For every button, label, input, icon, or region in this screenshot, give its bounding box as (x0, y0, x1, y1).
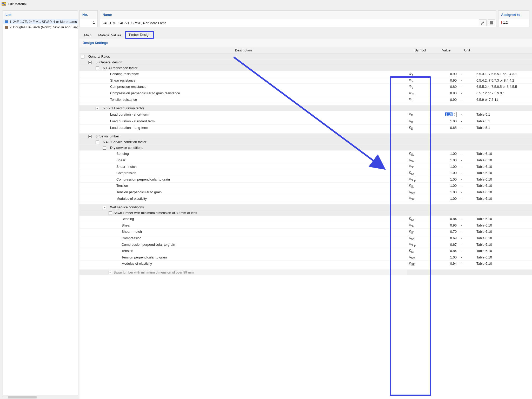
no-header: No. (80, 11, 97, 19)
row-tensile-resistance[interactable]: Tensile resistance Φt 0.90 - 6.5.9 or 7.… (79, 96, 532, 103)
assigned-header: Assigned to (498, 11, 529, 19)
app-icon (2, 2, 6, 6)
group-resistance-factor[interactable]: − 5.1.4 Resistance factor (79, 65, 532, 71)
row-shear-resistance[interactable]: Shear resistance Φv 0.90 - 6.5.4.2, 7.5.… (79, 77, 532, 84)
col-unit[interactable]: Unit (459, 47, 475, 54)
group-general-design[interactable]: − 5. General design (79, 59, 532, 65)
window-title: Edit Material (8, 2, 26, 6)
row-ld-short[interactable]: Load duration - short-term KD 1.15 ▲▼ - … (79, 111, 532, 118)
no-field: No. 1 (79, 10, 98, 27)
minus-icon[interactable]: − (109, 271, 112, 274)
value-cell-active[interactable]: 1.15 ▲▼ (433, 111, 459, 118)
name-value[interactable]: 24F-1.7E, 24F-V1, SP/SP, 4 or More Lams (100, 19, 478, 26)
minus-icon[interactable]: − (109, 211, 112, 215)
spacer-row (79, 202, 532, 204)
row-wet-bending[interactable]: Bending KSb 0.84 - Table 6.10 (79, 216, 532, 222)
row-dry-tension-perp[interactable]: Tension perpendicular to grain KStp 1.00… (79, 189, 532, 195)
minus-icon[interactable]: − (88, 61, 92, 64)
name-header: Name (100, 11, 496, 19)
minus-icon[interactable]: − (88, 135, 92, 138)
group-service-condition[interactable]: − 6.4.2 Service condition factor (79, 139, 532, 145)
row-dry-compression-perp[interactable]: Compression perpendicular to grain KScp … (79, 176, 532, 183)
row-wet-compression-perp[interactable]: Compression perpendicular to grain KScp … (79, 241, 532, 248)
cursor-icon: I (501, 21, 502, 24)
col-value[interactable]: Value (433, 47, 459, 54)
svg-rect-4 (491, 21, 492, 24)
row-wet-tension-perp[interactable]: Tension perpendicular to grain KStp 1.00… (79, 254, 532, 261)
spacer-row (79, 267, 532, 269)
row-bending-resistance[interactable]: Bending resistance Φb 0.90 - 6.5.3.1, 7.… (79, 71, 532, 77)
row-ld-std[interactable]: Load duration - standard term KD 1.00 - … (79, 118, 532, 124)
group-wet-conditions[interactable]: − Wet service conditions (79, 204, 532, 210)
group-general-rules[interactable]: − General Rules (79, 54, 532, 59)
group-load-duration[interactable]: − 5.3.2.1 Load duration factor (79, 105, 532, 111)
edit-name-button[interactable] (479, 19, 487, 26)
value-input[interactable]: 1.15 ▲▼ (444, 112, 457, 117)
row-dry-tension[interactable]: Tension KSt 1.00 - Table 6.10 (79, 183, 532, 189)
color-swatch (5, 26, 8, 29)
material-list-pane: List 1 24F-1.7E, 24F-V1, SP/SP, 4 or Mor… (3, 10, 78, 399)
group-sawn-lumber[interactable]: − 6. Sawn lumber (79, 134, 532, 139)
no-value[interactable]: 1 (80, 19, 97, 26)
material-list-item[interactable]: 1 24F-1.7E, 24F-V1, SP/SP, 4 or More Lam… (3, 19, 78, 24)
row-wet-moe[interactable]: Modulus of elasticity KSE 0.94 - Table 6… (79, 261, 532, 267)
col-symbol[interactable]: Symbol (407, 47, 433, 54)
name-field: Name 24F-1.7E, 24F-V1, SP/SP, 4 or More … (100, 10, 496, 27)
design-grid[interactable]: Description Symbol Value Unit − General … (79, 47, 532, 399)
row-ld-long[interactable]: Load duration - long-term KD 0.65 - Tabl… (79, 124, 532, 131)
row-wet-compression[interactable]: Compression KSc 0.69 - Table 6.10 (79, 235, 532, 241)
svg-rect-2 (4, 4, 5, 5)
spacer-row (79, 131, 532, 134)
titlebar: Edit Material (0, 0, 532, 8)
tab-material-values[interactable]: Material Values (95, 32, 124, 39)
assigned-value[interactable]: I 1,2 (498, 19, 529, 26)
svg-rect-5 (492, 21, 493, 24)
spacer-row (79, 103, 532, 105)
list-header: List (3, 11, 78, 19)
svg-rect-3 (490, 21, 491, 24)
minus-icon[interactable]: − (103, 146, 106, 150)
item-index: 1 (10, 20, 11, 24)
minus-icon[interactable]: − (81, 55, 84, 58)
minus-icon[interactable]: − (96, 107, 99, 110)
row-wet-shear-notch[interactable]: Shear - notch KSf 0.70 - Table 6.10 (79, 229, 532, 235)
grid-header: Description Symbol Value Unit (79, 47, 532, 54)
tabs: Main Material Values Timber Design (79, 27, 532, 39)
color-swatch (5, 20, 8, 23)
tab-main[interactable]: Main (81, 32, 95, 39)
library-button[interactable] (488, 19, 495, 26)
row-wet-shear[interactable]: Shear KSv 0.96 - Table 6.10 (79, 222, 532, 229)
material-list[interactable]: 1 24F-1.7E, 24F-V1, SP/SP, 4 or More Lam… (3, 19, 78, 395)
col-description[interactable]: Description (79, 47, 407, 54)
row-dry-shear[interactable]: Shear KSv 1.00 - Table 6.10 (79, 157, 532, 163)
group-dry-conditions[interactable]: − Dry service conditions (79, 145, 532, 151)
group-wet-large[interactable]: −Sawn lumber with minimum dimension of o… (79, 269, 532, 275)
group-wet-small[interactable]: −Sawn lumber with minimum dimension of 8… (79, 210, 532, 216)
material-list-item[interactable]: 2 Douglas Fir-Larch (North), 5inx5in and… (3, 24, 78, 30)
item-label: 24F-1.7E, 24F-V1, SP/SP, 4 or More Lams … (13, 20, 78, 24)
row-dry-moe[interactable]: Modulus of elasticity KSE 1.00 - Table 6… (79, 195, 532, 202)
minus-icon[interactable]: − (96, 66, 99, 70)
row-dry-compression[interactable]: Compression KSc 1.00 - Table 6.10 (79, 170, 532, 176)
row-compression-resistance[interactable]: Compression resistance Φc 0.80 - 6.5.5.2… (79, 84, 532, 90)
spinner-icon[interactable]: ▲▼ (454, 112, 456, 117)
assigned-field: Assigned to I 1,2 (498, 10, 529, 27)
tab-timber-design[interactable]: Timber Design (125, 31, 154, 39)
minus-icon[interactable]: − (103, 206, 106, 209)
row-dry-shear-notch[interactable]: Shear - notch KSf 1.00 - Table 6.10 (79, 163, 532, 170)
section-title: Design Settings (79, 39, 532, 47)
svg-rect-1 (2, 3, 4, 4)
row-dry-bending[interactable]: Bending KSb 1.00 - Table 6.10 (79, 151, 532, 157)
row-compression-perp-resistance[interactable]: Compression perpendicular to grain resis… (79, 90, 532, 96)
item-label: Douglas Fir-Larch (North), 5inx5in and L… (13, 25, 78, 29)
item-index: 2 (10, 25, 11, 29)
minus-icon[interactable]: − (96, 141, 99, 144)
horizontal-scrollbar[interactable] (3, 395, 78, 399)
col-notes (475, 47, 532, 54)
row-wet-tension[interactable]: Tension KSt 0.84 - Table 6.10 (79, 248, 532, 254)
